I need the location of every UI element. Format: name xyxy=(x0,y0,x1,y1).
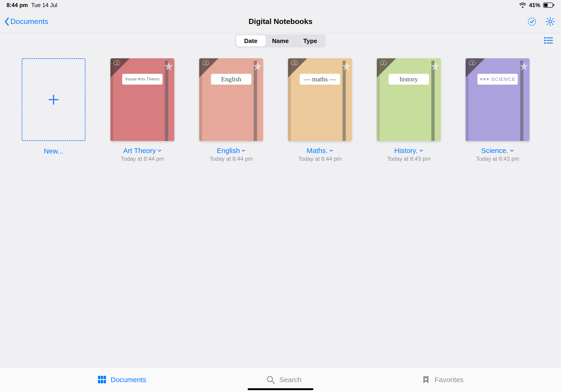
svg-rect-40 xyxy=(98,380,100,383)
sort-by-name[interactable]: Name xyxy=(266,35,295,46)
svg-point-29 xyxy=(295,64,295,65)
svg-point-4 xyxy=(528,18,536,25)
sort-segmented-control: Date Name Type xyxy=(235,34,326,47)
chevron-down-icon xyxy=(419,149,423,153)
battery-icon xyxy=(543,3,554,8)
chevron-down-icon xyxy=(157,149,162,153)
new-notebook-button[interactable] xyxy=(22,58,86,141)
svg-rect-38 xyxy=(101,376,103,379)
bottom-tab-bar: Documents Search Favorites xyxy=(0,367,561,392)
favorite-star-icon[interactable] xyxy=(519,62,529,71)
notebook-item: English English Today at 8:44 pm xyxy=(199,58,263,162)
cloud-alert-icon xyxy=(290,60,299,66)
svg-marker-30 xyxy=(342,62,351,70)
svg-point-14 xyxy=(545,37,545,38)
cloud-alert-icon xyxy=(467,60,477,66)
sort-bar: Date Name Type xyxy=(0,33,561,51)
notebook-timestamp: Today at 8:44 pm xyxy=(121,156,164,162)
chevron-down-icon xyxy=(329,149,333,153)
search-icon xyxy=(266,375,275,384)
svg-rect-42 xyxy=(104,380,106,383)
notebook-item: Visual Arts Theory Art Theory Today at 8… xyxy=(110,58,174,162)
notebook-title-menu[interactable]: Science. xyxy=(481,147,514,155)
home-indicator[interactable] xyxy=(248,388,313,390)
svg-point-26 xyxy=(206,64,206,65)
notebook-grid: New... Visual Arts Theory Art Theory Tod… xyxy=(0,51,561,162)
notebook-timestamp: Today at 8:43 pm xyxy=(387,156,430,162)
chevron-left-icon xyxy=(4,17,9,26)
tab-favorites[interactable]: Favorites xyxy=(421,375,464,384)
svg-rect-37 xyxy=(98,376,100,379)
back-button[interactable]: Documents xyxy=(4,17,48,26)
tab-label: Documents xyxy=(111,376,146,384)
notebook-timestamp: Today at 8:43 pm xyxy=(476,156,519,162)
svg-marker-36 xyxy=(519,62,528,70)
svg-point-35 xyxy=(472,64,473,65)
settings-gear-icon[interactable] xyxy=(545,16,555,27)
grid-icon xyxy=(97,375,107,384)
bookmark-star-icon xyxy=(421,375,430,384)
favorite-star-icon[interactable] xyxy=(430,62,440,71)
notebook-title: Art Theory xyxy=(123,147,156,155)
svg-marker-24 xyxy=(164,62,173,70)
page-title: Digital Notebooks xyxy=(248,17,313,26)
notebook-item: — maths — Maths. Today at 8:44 pm xyxy=(288,58,352,162)
svg-point-23 xyxy=(117,64,118,65)
svg-line-44 xyxy=(272,381,274,383)
notebook-timestamp: Today at 8:44 pm xyxy=(210,156,253,162)
svg-line-13 xyxy=(547,24,548,25)
svg-rect-41 xyxy=(101,380,103,383)
notebook-cover[interactable]: ♥♥♥ SCIENCE xyxy=(466,58,529,141)
notebook-cover[interactable]: history xyxy=(377,58,441,141)
svg-line-10 xyxy=(547,19,548,20)
svg-point-18 xyxy=(545,43,545,43)
favorite-star-icon[interactable] xyxy=(164,62,173,71)
svg-rect-2 xyxy=(553,4,554,6)
svg-marker-33 xyxy=(431,62,440,70)
cloud-alert-icon xyxy=(112,60,122,66)
svg-point-16 xyxy=(545,40,545,41)
notebook-cover[interactable]: — maths — xyxy=(288,58,352,141)
cloud-alert-icon xyxy=(379,60,388,66)
nav-header: Documents Digital Notebooks xyxy=(0,10,561,33)
svg-point-43 xyxy=(267,377,272,382)
favorite-star-icon[interactable] xyxy=(342,62,351,71)
svg-rect-3 xyxy=(544,3,548,7)
favorite-star-icon[interactable] xyxy=(253,62,262,71)
notebook-title-menu[interactable]: Maths. xyxy=(307,147,333,155)
plus-icon xyxy=(48,94,59,105)
svg-line-11 xyxy=(552,24,553,25)
status-date: Tue 14 Jul xyxy=(31,2,57,9)
wifi-icon xyxy=(519,3,526,8)
sort-by-type[interactable]: Type xyxy=(296,35,325,46)
chevron-down-icon xyxy=(241,149,246,153)
battery-percent: 41% xyxy=(529,2,540,9)
svg-point-5 xyxy=(549,20,552,23)
tab-search[interactable]: Search xyxy=(266,375,302,384)
notebook-title: History. xyxy=(394,147,418,155)
svg-point-0 xyxy=(522,7,523,8)
sync-status-icon[interactable] xyxy=(527,16,537,27)
notebook-item: history History. Today at 8:43 pm xyxy=(377,58,441,162)
svg-point-32 xyxy=(383,64,384,65)
back-label: Documents xyxy=(10,17,48,26)
tab-documents[interactable]: Documents xyxy=(97,375,146,384)
notebook-title-menu[interactable]: English xyxy=(217,147,246,155)
status-time: 8:44 pm xyxy=(7,2,28,9)
notebook-item: ♥♥♥ SCIENCE Science. Today at 8:43 pm xyxy=(466,58,529,162)
notebook-timestamp: Today at 8:44 pm xyxy=(298,156,342,162)
svg-marker-27 xyxy=(253,62,262,70)
notebook-cover[interactable]: English xyxy=(199,58,263,141)
tab-label: Favorites xyxy=(435,376,464,384)
svg-rect-39 xyxy=(104,376,106,379)
notebook-title: English xyxy=(217,147,240,155)
new-notebook-label: New... xyxy=(44,147,63,155)
notebook-title-menu[interactable]: Art Theory xyxy=(123,147,162,155)
chevron-down-icon xyxy=(510,149,514,153)
notebook-title: Maths. xyxy=(307,147,328,155)
sort-by-date[interactable]: Date xyxy=(236,35,266,46)
notebook-title-menu[interactable]: History. xyxy=(394,147,423,155)
notebook-cover[interactable]: Visual Arts Theory xyxy=(110,58,174,141)
list-view-toggle-icon[interactable] xyxy=(544,37,553,45)
notebook-title: Science. xyxy=(481,147,508,155)
